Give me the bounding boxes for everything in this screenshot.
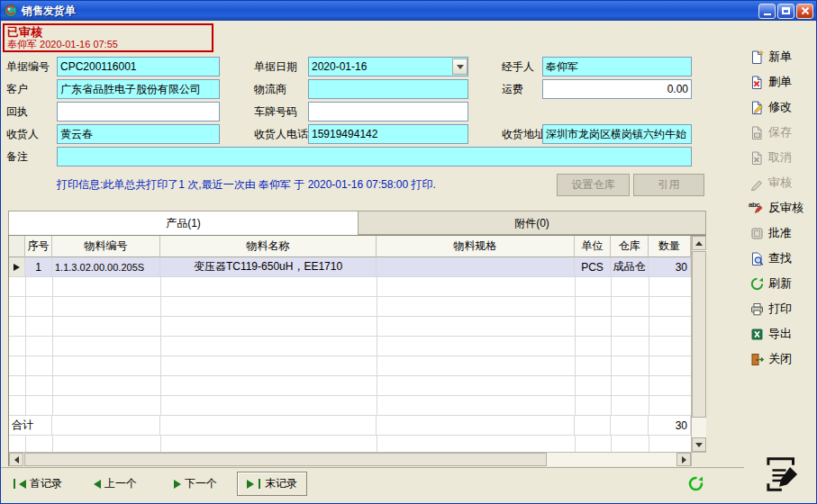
total-label: 合计	[9, 416, 52, 436]
sidebar-item-modify[interactable]: 修改	[744, 94, 817, 120]
close-button[interactable]	[796, 4, 813, 19]
sidebar-item-label: 审核	[768, 175, 792, 191]
maximize-button[interactable]	[777, 4, 794, 19]
sidebar-item-close[interactable]: 关闭	[744, 346, 817, 372]
consignee-phone-field[interactable]	[308, 124, 468, 144]
doc-date-label: 单据日期	[254, 57, 297, 76]
nav-next-record[interactable]: 下一个	[174, 476, 217, 491]
sidebar-item-label: 保存	[768, 124, 792, 140]
sidebar-item-label: 打印	[768, 301, 792, 317]
receipt-field[interactable]	[57, 102, 220, 122]
reference-button[interactable]: 引用	[633, 174, 704, 196]
scroll-down-button[interactable]	[692, 437, 706, 452]
date-dropdown-button[interactable]	[452, 58, 468, 75]
sidebar-item-label: 新单	[768, 49, 792, 65]
doc-no-label: 单据编号	[6, 57, 50, 76]
search-icon	[749, 251, 765, 266]
chevron-down-icon	[457, 65, 464, 69]
refresh-icon	[749, 276, 765, 292]
row-arrow-icon	[14, 264, 20, 271]
total-cell	[377, 416, 575, 436]
sidebar-item-print[interactable]: 打印	[744, 296, 817, 321]
table-row[interactable]: 1 1.1.3.02.00.00.205S 变压器TC119-650uH，EE1…	[9, 257, 691, 277]
excel-export-icon	[749, 327, 765, 342]
total-qty: 30	[649, 416, 691, 436]
handler-label: 经手人	[502, 57, 534, 76]
sidebar-item-label: 删单	[768, 74, 792, 90]
approve-stamp-icon	[749, 226, 765, 241]
next-record-icon	[174, 480, 181, 489]
consignee-phone-label: 收货人电话	[254, 124, 308, 144]
nav-first-label: 首记录	[30, 476, 62, 491]
sidebar-item-find[interactable]: 查找	[744, 246, 817, 271]
consignee-field[interactable]	[57, 124, 220, 144]
delivery-address-field[interactable]	[542, 124, 692, 144]
cell-spec	[377, 257, 575, 277]
unaudit-abc-icon: abc	[749, 201, 765, 216]
sidebar-item-label: 批准	[768, 225, 792, 241]
delivery-address-label: 收货地址	[502, 124, 545, 144]
plate-no-field[interactable]	[308, 102, 468, 122]
sidebar-item-label: 反审核	[768, 200, 803, 216]
nav-last-label: 末记录	[265, 476, 297, 491]
empty-grid-rows	[9, 277, 691, 416]
grid-marker-header	[9, 236, 25, 257]
col-header-seq: 序号	[25, 236, 52, 257]
freight-field[interactable]	[542, 79, 692, 99]
sidebar-item-save[interactable]: 保存	[744, 120, 817, 145]
record-navigation-bar: 首记录 上一个 下一个 末记录	[1, 467, 744, 503]
window-controls	[758, 4, 813, 19]
cell-warehouse: 成品仓	[611, 257, 649, 277]
nav-next-label: 下一个	[185, 476, 217, 491]
doc-date-field[interactable]	[308, 57, 468, 76]
horizontal-scrollbar[interactable]	[9, 452, 691, 466]
tab-attachments[interactable]: 附件(0)	[359, 211, 706, 235]
receipt-label: 回执	[6, 102, 28, 122]
titlebar: 销售发货单	[1, 1, 816, 21]
tab-products[interactable]: 产品(1)	[8, 211, 359, 235]
cell-unit: PCS	[575, 257, 611, 277]
sidebar-item-delete[interactable]: 删单	[744, 69, 817, 94]
col-header-qty: 数量	[649, 236, 691, 257]
vertical-scroll-thumb[interactable]	[692, 251, 706, 418]
sidebar-item-unaudit[interactable]: abc 反审核	[744, 195, 817, 220]
nav-last-record[interactable]: 末记录	[237, 472, 307, 496]
sidebar-item-label: 查找	[768, 250, 792, 266]
sidebar-item-audit[interactable]: 审核	[744, 170, 817, 195]
sidebar-item-refresh[interactable]: 刷新	[744, 271, 817, 296]
scroll-left-button[interactable]	[9, 453, 23, 466]
refresh-status-icon[interactable]	[687, 475, 704, 495]
print-info-text: 打印信息:此单总共打印了1 次,最近一次由 奉仰军 于 2020-01-16 0…	[57, 177, 436, 193]
scroll-up-button[interactable]	[692, 236, 706, 250]
empty-grid-rows	[9, 436, 691, 452]
sidebar-item-export[interactable]: 导出	[744, 321, 817, 346]
previous-record-icon	[94, 480, 101, 489]
doc-no-field[interactable]	[57, 57, 220, 76]
nav-previous-record[interactable]: 上一个	[94, 476, 137, 491]
remarks-field[interactable]	[57, 147, 692, 166]
total-cell	[575, 416, 611, 436]
customer-field[interactable]	[57, 79, 220, 99]
sidebar-item-approve[interactable]: 批准	[744, 220, 817, 246]
horizontal-scroll-thumb[interactable]	[24, 453, 547, 466]
total-cell	[52, 416, 160, 436]
handler-field[interactable]	[542, 57, 692, 76]
col-header-unit: 单位	[575, 236, 611, 257]
sidebar-item-label: 导出	[768, 326, 792, 342]
scroll-right-button[interactable]	[676, 453, 691, 466]
plate-no-label: 车牌号码	[254, 102, 297, 122]
minimize-button[interactable]	[758, 4, 776, 19]
arrow-right-icon	[682, 456, 686, 464]
app-icon	[4, 4, 18, 18]
col-header-name: 物料名称	[160, 236, 377, 257]
set-warehouse-button[interactable]: 设置仓库	[557, 174, 630, 196]
sidebar-item-cancel[interactable]: 取消	[744, 145, 817, 170]
logistics-label: 物流商	[254, 79, 286, 99]
col-header-warehouse: 仓库	[611, 236, 649, 257]
logistics-field[interactable]	[308, 79, 468, 99]
nav-first-record[interactable]: 首记录	[14, 476, 62, 491]
vertical-scrollbar[interactable]	[691, 236, 706, 452]
sidebar-item-new[interactable]: 新单	[744, 44, 817, 69]
audit-stamp: 已审核 奉仰军 2020-01-16 07:55	[3, 23, 213, 52]
cell-code: 1.1.3.02.00.00.205S	[52, 257, 160, 277]
